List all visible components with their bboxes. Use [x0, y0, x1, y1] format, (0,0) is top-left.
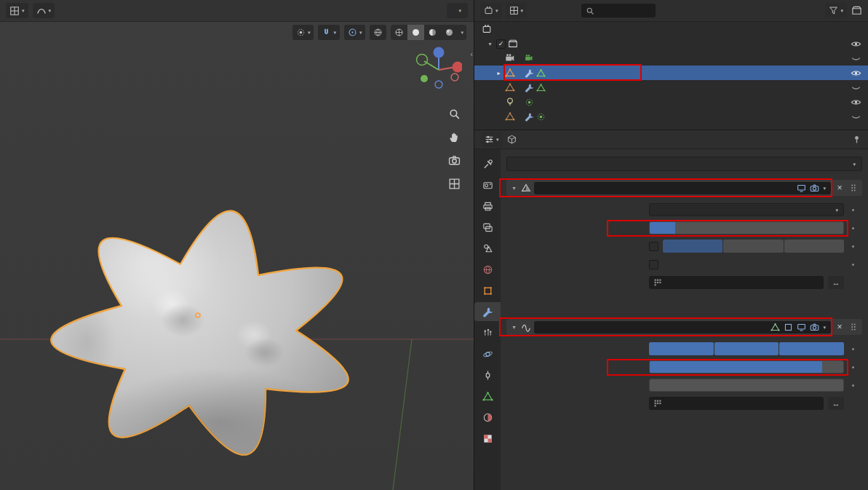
chevron-down-icon[interactable]: ▾	[823, 186, 826, 191]
animate-dot[interactable]	[852, 348, 854, 350]
search-input[interactable]	[598, 7, 649, 15]
delete-modifier-button[interactable]: ×	[834, 322, 845, 332]
eye-icon[interactable]	[851, 97, 861, 108]
tab-physics[interactable]	[474, 344, 501, 363]
gizmo-neg-z-ball[interactable]	[435, 81, 442, 88]
shading-globe-button[interactable]	[370, 25, 386, 40]
tab-tool[interactable]	[474, 154, 501, 173]
shading-solid-button[interactable]	[407, 25, 424, 40]
animate-dot[interactable]	[852, 366, 854, 368]
display-render-icon[interactable]	[810, 323, 819, 332]
edit-mode-display-icon[interactable]	[771, 323, 780, 332]
on-cage-icon[interactable]	[784, 323, 793, 332]
animate-dot[interactable]	[852, 384, 854, 387]
gizmo-z-ball[interactable]	[434, 47, 445, 58]
region-collapse-arrow[interactable]: ‹	[470, 50, 473, 58]
gizmo-neg-y-ball[interactable]	[421, 75, 428, 82]
decimate-header[interactable]: ▾ ▾ ×	[506, 180, 862, 196]
outliner-display-mode-button[interactable]: ▾	[480, 3, 502, 18]
tab-particles[interactable]	[474, 323, 501, 342]
options-button[interactable]: ▾	[447, 3, 468, 18]
symmetry-axis-y-button[interactable]	[723, 240, 783, 253]
display-viewport-icon[interactable]	[797, 323, 806, 332]
gizmo-dropdown-button[interactable]: ▾	[292, 25, 314, 40]
camera-view-icon[interactable]	[448, 154, 461, 167]
disclosure-triangle-icon[interactable]: ▸	[495, 70, 503, 76]
viewport-3d[interactable]: ▾ ▾ ▾ ▾ ▾ ▾	[0, 0, 474, 490]
animate-dot[interactable]	[852, 209, 854, 211]
animate-dot[interactable]	[852, 245, 854, 248]
ratio-slider[interactable]	[649, 221, 844, 234]
expand-triangle-icon[interactable]: ▾	[510, 324, 518, 331]
display-viewport-icon[interactable]	[797, 183, 806, 193]
collection-checkbox[interactable]: ✓	[496, 39, 506, 49]
display-render-icon[interactable]	[810, 183, 819, 193]
snap-toggle-button[interactable]: ▾	[318, 25, 340, 40]
smooth-name-field[interactable]: ▾	[534, 321, 831, 333]
pan-hand-icon[interactable]	[448, 131, 461, 143]
outliner-row-particle-emitter[interactable]	[474, 109, 868, 124]
zoom-icon[interactable]	[448, 108, 461, 120]
eye-icon[interactable]	[851, 68, 861, 79]
smooth-header[interactable]: ▾ ▾ ×	[506, 319, 862, 335]
tab-constraints[interactable]	[474, 365, 501, 384]
tab-texture[interactable]	[474, 429, 501, 448]
navigation-gizmo[interactable]	[415, 45, 462, 92]
decimate-name-field[interactable]: ▾	[534, 182, 831, 194]
disclosure-triangle-icon[interactable]: ▾	[486, 41, 494, 47]
tab-modifiers[interactable]	[474, 302, 501, 321]
eye-closed-icon[interactable]	[851, 111, 861, 122]
tab-object[interactable]	[474, 281, 501, 300]
ortho-grid-icon[interactable]	[448, 178, 461, 190]
eye-closed-icon[interactable]	[851, 82, 861, 93]
chevron-down-icon[interactable]: ▾	[823, 325, 826, 330]
animate-dot[interactable]	[852, 227, 854, 229]
outliner-view-button[interactable]: ▾	[506, 3, 527, 18]
editor-type-button[interactable]: ▾	[6, 3, 28, 18]
proportional-edit-button[interactable]: ▾	[344, 25, 366, 40]
symmetry-axis-x-button[interactable]	[663, 240, 722, 253]
mode-dropdown-button[interactable]: ▾	[33, 3, 55, 18]
tab-scene[interactable]	[474, 239, 501, 258]
shading-rendered-button[interactable]	[441, 25, 458, 40]
symmetry-checkbox[interactable]	[649, 242, 658, 251]
tab-view-layer[interactable]	[474, 218, 501, 237]
tab-world[interactable]	[474, 260, 501, 279]
new-collection-icon[interactable]	[851, 5, 862, 16]
outliner-row-foliage[interactable]	[474, 80, 868, 95]
eye-closed-icon[interactable]	[851, 53, 861, 64]
shading-material-button[interactable]	[424, 25, 441, 40]
triangulate-checkbox[interactable]	[649, 260, 658, 269]
expand-triangle-icon[interactable]: ▾	[510, 185, 518, 191]
drag-handle-icon[interactable]	[848, 322, 859, 332]
outliner-search-box[interactable]	[581, 4, 656, 17]
add-modifier-dropdown[interactable]: ▾	[506, 157, 862, 171]
outliner-row-custom-norms[interactable]: ▸	[474, 66, 868, 80]
vertex-group-field[interactable]	[649, 397, 824, 410]
symmetry-axis-z-button[interactable]	[784, 240, 844, 253]
tab-material[interactable]	[474, 408, 501, 427]
invert-vertex-group-button[interactable]: ↔	[828, 397, 844, 410]
outliner-row-light[interactable]	[474, 95, 868, 109]
repeat-field[interactable]	[649, 379, 844, 392]
smooth-axis-z-button[interactable]	[779, 342, 844, 355]
shading-wireframe-button[interactable]	[391, 25, 407, 40]
properties-editor-type-button[interactable]: ▾	[481, 132, 503, 147]
tab-object-data[interactable]	[474, 387, 501, 406]
vertex-group-field[interactable]	[649, 276, 824, 289]
tab-render[interactable]	[474, 175, 501, 194]
pin-icon[interactable]	[852, 135, 861, 144]
outliner-row-scene-collection[interactable]	[474, 22, 868, 36]
gizmo-y-ball[interactable]	[417, 55, 428, 66]
smooth-axis-x-button[interactable]	[649, 342, 714, 355]
animate-dot[interactable]	[852, 264, 854, 266]
gizmo-neg-x-ball[interactable]	[451, 74, 458, 81]
drag-handle-icon[interactable]	[848, 183, 859, 193]
eye-icon[interactable]	[851, 39, 861, 50]
filter-button[interactable]: ▾	[825, 3, 847, 18]
factor-slider[interactable]	[649, 360, 844, 374]
outliner-row-camera[interactable]	[474, 51, 868, 66]
smooth-axis-y-button[interactable]	[714, 342, 779, 355]
delete-modifier-button[interactable]: ×	[834, 183, 845, 193]
outliner-row-collection[interactable]: ▾ ✓	[474, 36, 868, 51]
